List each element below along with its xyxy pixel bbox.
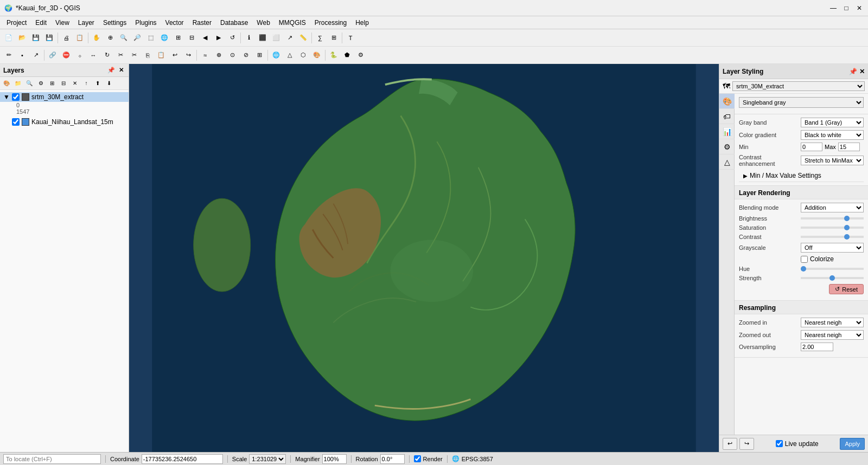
gray-band-dropdown[interactable]: Band 1 (Gray) (801, 118, 864, 127)
contrast-slider[interactable] (801, 236, 864, 238)
layer-check-srtm[interactable] (12, 93, 20, 101)
grayscale-dropdown[interactable]: Off (801, 243, 864, 253)
identify-button[interactable]: ℹ (242, 31, 256, 44)
add-wms-button[interactable]: 🌐 (270, 49, 283, 62)
statistical-summary-button[interactable]: ∑ (314, 31, 327, 44)
contrast-enhancement-dropdown[interactable]: Stretch to MinMax (801, 156, 864, 165)
layers-pin-button[interactable]: 📌 (107, 66, 116, 75)
pan-map-button-2[interactable]: ⬡ (297, 49, 310, 62)
oversampling-input[interactable] (801, 343, 833, 351)
render-type-dropdown[interactable]: Singleband gray (739, 97, 864, 108)
filter-layer-button[interactable]: 🔍 (24, 78, 35, 89)
digitize-button[interactable]: ✏ (2, 49, 15, 62)
zoomed-in-dropdown[interactable]: Nearest neigh (801, 318, 864, 327)
max-input[interactable] (838, 143, 860, 151)
measure-button[interactable]: 📏 (297, 31, 310, 44)
close-button[interactable]: ✕ (855, 4, 864, 12)
merge-features-button[interactable]: ⊞ (253, 49, 266, 62)
python-console-button[interactable]: 🐍 (327, 49, 340, 62)
color-gradient-dropdown[interactable]: Black to white (801, 130, 864, 140)
locate-input[interactable] (3, 454, 101, 464)
cut-features-button[interactable]: ✂ (127, 49, 141, 62)
add-point-button[interactable]: • (16, 49, 29, 62)
scale-dropdown[interactable]: 1:231029 (249, 454, 286, 464)
styling-icon-diagram[interactable]: 📊 (719, 124, 735, 139)
graph-button[interactable]: ⬟ (341, 49, 354, 62)
apply-button[interactable]: Apply (840, 438, 865, 450)
refresh-button[interactable]: ↺ (226, 31, 239, 44)
select-button[interactable]: ⬛ (256, 31, 269, 44)
zoom-layer-button[interactable]: ⊞ (171, 31, 184, 44)
field-calculator-button[interactable]: ≈ (199, 49, 212, 62)
brightness-slider[interactable] (801, 217, 864, 219)
styling-undo-button[interactable]: ↩ (723, 438, 737, 450)
min-max-settings-row[interactable]: ▶ Min / Max Value Settings (739, 170, 864, 182)
zoom-full-button[interactable]: 🌐 (158, 31, 171, 44)
menu-mmqgis[interactable]: MMQGIS (275, 18, 310, 28)
move-to-top-button[interactable]: ⬆ (92, 78, 103, 89)
print-composer-button[interactable]: 🖨 (60, 31, 73, 44)
menu-web[interactable]: Web (252, 18, 274, 28)
vertex-tool-button[interactable]: ⬦ (73, 49, 86, 62)
magnifier-input[interactable] (322, 454, 347, 464)
select-feature-button[interactable]: ↗ (283, 31, 296, 44)
move-to-bottom-button[interactable]: ⬇ (104, 78, 114, 89)
zoom-selection-button[interactable]: ⊟ (185, 31, 198, 44)
zoom-next-button[interactable]: ▶ (212, 31, 225, 44)
style-manager-button[interactable]: 🎨 (310, 49, 323, 62)
zoom-rubber-button[interactable]: ⬚ (144, 31, 157, 44)
snapping-button[interactable]: 🔗 (46, 49, 59, 62)
layer-item-landsat[interactable]: ▶ Kauai_Niihau_Landsat_15m (0, 117, 129, 127)
rotate-feature-button[interactable]: ↻ (100, 49, 113, 62)
styling-header-buttons[interactable]: 📌 ✕ (849, 68, 865, 75)
styling-undock-button[interactable]: 📌 (849, 68, 857, 75)
menu-view[interactable]: View (51, 18, 74, 28)
styling-icon-pyramid[interactable]: △ (719, 154, 735, 170)
reset-button[interactable]: ↺ Reset (829, 284, 864, 294)
split-features-button[interactable]: ⊘ (239, 49, 252, 62)
maximize-button[interactable]: □ (842, 4, 851, 12)
menu-edit[interactable]: Edit (31, 18, 51, 28)
menu-settings[interactable]: Settings (99, 18, 131, 28)
rotation-input[interactable] (380, 454, 405, 464)
enable-snapping-button[interactable]: ⛔ (60, 49, 73, 62)
strength-slider[interactable] (801, 277, 864, 279)
menu-layer[interactable]: Layer (74, 18, 99, 28)
styling-redo-button[interactable]: ↪ (739, 438, 754, 450)
saturation-slider[interactable] (801, 227, 864, 229)
attribute-table-button[interactable]: ⊞ (327, 31, 340, 44)
add-line-button[interactable]: ↗ (29, 49, 42, 62)
minimize-button[interactable]: — (829, 4, 838, 12)
live-update-checkbox[interactable] (776, 440, 783, 447)
save-project-button[interactable]: 💾 (29, 31, 42, 44)
coordinate-input[interactable] (142, 454, 223, 464)
undo-button[interactable]: ↩ (168, 49, 181, 62)
menu-help[interactable]: Help (351, 18, 373, 28)
zoom-last-button[interactable]: ◀ (199, 31, 212, 44)
render-checkbox[interactable] (414, 455, 421, 462)
styling-icon-paint[interactable]: 🎨 (719, 94, 735, 109)
layer-expand-srtm[interactable]: ▼ (3, 93, 10, 101)
map-canvas[interactable] (129, 64, 719, 452)
min-input[interactable] (801, 143, 822, 151)
menu-raster[interactable]: Raster (188, 18, 216, 28)
layer-item-srtm[interactable]: ▼ srtm_30M_extract (0, 92, 129, 102)
zoomed-out-dropdown[interactable]: Nearest neigh (801, 330, 864, 340)
copy-features-button[interactable]: ⎘ (141, 49, 154, 62)
menu-vector[interactable]: Vector (161, 18, 188, 28)
layers-header-buttons[interactable]: 📌 ✕ (107, 66, 125, 75)
zoom-in-button[interactable]: 🔍 (117, 31, 130, 44)
menu-database[interactable]: Database (216, 18, 252, 28)
menu-plugins[interactable]: Plugins (131, 18, 161, 28)
colorize-checkbox[interactable] (801, 256, 808, 263)
pan-to-selection-button[interactable]: ⊕ (104, 31, 117, 44)
deselect-button[interactable]: ⬜ (270, 31, 283, 44)
redo-button[interactable]: ↪ (182, 49, 195, 62)
processing-button[interactable]: ⚙ (354, 49, 367, 62)
styling-icon-render[interactable]: ⚙ (719, 139, 735, 154)
blending-mode-dropdown[interactable]: Addition (801, 203, 864, 212)
add-group-button[interactable]: 📁 (12, 78, 23, 89)
zoom-out-button[interactable]: 🔎 (131, 31, 144, 44)
remove-layer-button[interactable]: ✕ (69, 78, 80, 89)
styling-layer-dropdown[interactable]: srtm_30M_extract (732, 81, 865, 91)
